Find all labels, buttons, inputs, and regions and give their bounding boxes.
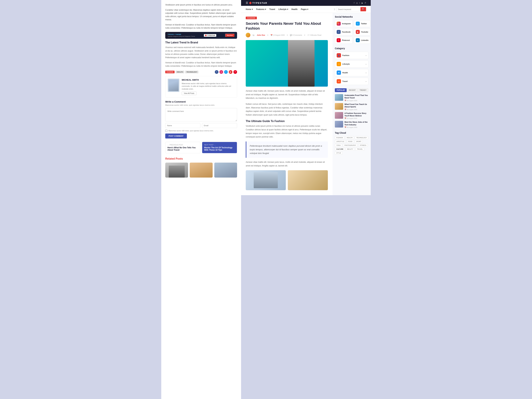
cloud-tag-travel[interactable]: TRAVEL [355, 148, 364, 151]
popular-item-2[interactable]: What Freud Can Teach Us About Sports 📅 0… [335, 103, 368, 110]
popular-title-4: Meet the Steve Jobs of the Tech Industry [344, 121, 368, 126]
share-facebook-icon[interactable]: f [215, 70, 218, 74]
comment-email-input[interactable] [202, 123, 237, 128]
cat-fashion-left: 👗 Fashion [337, 53, 349, 57]
header-instagram-icon[interactable]: ◎ [356, 2, 358, 4]
social-pinterest-btn[interactable]: P Pinterest [335, 37, 353, 44]
popular-thumb-2 [335, 103, 343, 110]
tag-fashion[interactable]: FASHION [165, 71, 175, 73]
cat-lifestyle[interactable]: ☀ Lifestyle ▸ [335, 60, 368, 68]
share-instagram-icon[interactable]: ◎ [219, 70, 223, 74]
view-all-posts-button[interactable]: View All Posts [182, 92, 196, 95]
popular-item-3[interactable]: A Fashion Success Story You'll Never Bel… [335, 112, 368, 119]
tag-cloud-section: Tag Cloud FASHION HEALTH TECHNOLOGY LIFE… [335, 132, 368, 154]
nav-pages[interactable]: Pages ▾ [301, 8, 308, 11]
comment-textarea[interactable] [165, 108, 237, 121]
cloud-tag-technology[interactable]: TECHNOLOGY [355, 136, 368, 139]
meta-author-name[interactable]: John Doe [257, 34, 265, 36]
site-header: ☰ TYPESTAR f ◎ t ▶ P [241, 0, 371, 6]
post-comment-button[interactable]: POST COMMENT [165, 133, 187, 139]
cat-fashion[interactable]: 👗 Fashion ▸ [335, 52, 368, 59]
cat-travel-label: Travel [342, 80, 348, 82]
header-youtube-icon[interactable]: ▶ [361, 2, 363, 4]
popular-info-1: Undeniable Proof That You Need Travel 📅 … [344, 94, 368, 101]
ad-buy-button[interactable]: Buy Now [225, 34, 235, 37]
cat-health[interactable]: ❤ Health ▸ [335, 69, 368, 76]
date-icon-3: 📅 [344, 118, 346, 119]
article-para-2: Nullam cursus elit lacus. Sed purus odio… [246, 102, 328, 117]
cloud-tag-lifestyle[interactable]: LIFESTYLE [335, 140, 346, 143]
social-twitter-btn[interactable]: t Twitter [354, 20, 370, 27]
facebook-label: Facebook [342, 31, 350, 33]
blockquote-text: Pellentesque tincidunt malesuadal nunc d… [250, 144, 324, 155]
popular-date-1: 📅 08 August 2020 [344, 100, 368, 101]
related-card-3[interactable] [214, 163, 237, 178]
nav-home[interactable]: Home ▾ [246, 8, 253, 11]
category-section: Catagory 👗 Fashion ▸ ☀ Lif [335, 47, 368, 85]
calendar-icon: 📅 [271, 34, 272, 36]
share-pinterest-icon[interactable]: P [234, 70, 237, 74]
social-linkedin-btn[interactable]: in Linkedin [354, 37, 370, 44]
popular-info-3: A Fashion Success Story You'll Never Bel… [344, 112, 368, 119]
popular-info-4: Meet the Steve Jobs of the Tech Industry… [344, 121, 368, 128]
social-youtube-btn[interactable]: ▶ Youtube [354, 28, 370, 35]
comment-name-input[interactable] [165, 123, 200, 128]
popular-item-4[interactable]: Meet the Steve Jobs of the Tech Industry… [335, 121, 368, 128]
article-img-thumb-1 [246, 170, 286, 190]
popular-item-1[interactable]: Undeniable Proof That You Need Travel 📅 … [335, 94, 368, 101]
search-button[interactable]: 🔍 [361, 7, 366, 11]
clock-icon: ⏱ [307, 34, 309, 36]
twitter-icon: t [356, 22, 360, 25]
hamburger-icon[interactable]: ☰ [246, 1, 248, 5]
header-facebook-icon[interactable]: f [354, 2, 354, 4]
cloud-tag-style[interactable]: STYLE [335, 152, 343, 154]
related-card-1[interactable] [165, 163, 188, 178]
tab-popular[interactable]: POPULAR [335, 88, 347, 92]
cloud-tag-yoga[interactable]: YOGA [335, 144, 342, 147]
ad-banner: TRENDY THEME Typestar Magazine Blog and … [165, 32, 237, 39]
cloud-tag-health[interactable]: HEALTH [345, 136, 354, 139]
cloud-tag-fashion[interactable]: FASHION [335, 136, 344, 139]
author-avatar-small [246, 33, 250, 38]
next-label: NEXT POST → [204, 144, 235, 146]
article-category-badge[interactable]: FASHION [246, 17, 257, 19]
related-card-2[interactable] [190, 163, 212, 178]
nav-health[interactable]: Health [291, 8, 298, 11]
header-twitter-icon[interactable]: t [359, 2, 360, 4]
search-input[interactable] [336, 7, 359, 11]
social-facebook-btn[interactable]: f Facebook [335, 28, 353, 35]
cat-fashion-icon: 👗 [337, 53, 341, 57]
tag-technology[interactable]: TECHNOLOGY [185, 71, 198, 73]
related-grid [165, 163, 237, 178]
author-bio: Maecenas auctor nibh tortor, quis egesta… [182, 82, 234, 90]
prev-post-card[interactable]: ← PREVIOUS POST Here's What No One Tells… [165, 142, 200, 153]
nav-features[interactable]: Features ▾ [256, 8, 266, 11]
comment-checkbox[interactable] [165, 130, 167, 132]
tab-trendy[interactable]: TRENDY [358, 88, 368, 92]
cat-travel-icon: ✈ [337, 79, 341, 83]
comment-section: Write a Comment Maecenas auctor nibh tor… [165, 100, 237, 139]
cloud-tag-photography[interactable]: PHOTOGRAPHY [343, 144, 358, 147]
share-youtube-icon[interactable]: ▶ [229, 70, 232, 74]
cloud-tag-food[interactable]: FOOD [347, 140, 354, 143]
cloud-tag-fitness[interactable]: FITNESS [358, 144, 368, 147]
cloud-tag-culture[interactable]: CULTURE [335, 148, 345, 151]
cat-travel[interactable]: ✈ Travel ▸ [335, 78, 368, 85]
tags-row: FASHION HEALTH TECHNOLOGY f ◎ t ▶ P [165, 70, 237, 74]
social-instagram-btn[interactable]: ◎ Instagram [335, 20, 353, 27]
nav-lifestyle[interactable]: Lifestyle ▾ [279, 8, 288, 11]
search-moon-icon[interactable]: ☽ [333, 8, 335, 11]
tab-recent[interactable]: RECENT [347, 88, 357, 92]
nav-travel[interactable]: Travel [269, 8, 275, 11]
next-post-card[interactable]: NEXT POST → Master The Art Of Technology… [202, 142, 237, 153]
header-pinterest-icon[interactable]: P [365, 2, 366, 4]
article-title: Secrets Your Parents Never Told You Abou… [246, 21, 328, 31]
cloud-tag-sport[interactable]: SPORT [355, 140, 363, 143]
cat-lifestyle-left: ☀ Lifestyle [337, 62, 350, 66]
category-heading: Catagory [335, 47, 368, 50]
cloud-tag-beauty[interactable]: BEAUTY [346, 148, 355, 151]
share-twitter-icon[interactable]: t [224, 70, 228, 74]
youtube-label: Youtube [361, 31, 368, 33]
author-info: MICHEAL SMITH Maecenas auctor nibh torto… [182, 79, 234, 95]
tag-health[interactable]: HEALTH [176, 71, 184, 73]
